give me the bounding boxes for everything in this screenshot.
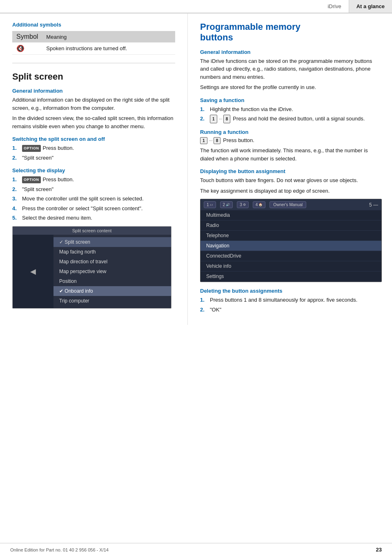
split-screen-heading: Split screen bbox=[12, 71, 175, 82]
button-display-screenshot: 1♪♪ 2🔊 3⚙ 4🏠 Owner's Manual 5 — Multimed… bbox=[200, 199, 382, 282]
step-content: OPTIONPress button. bbox=[22, 176, 175, 184]
step-num: 2. bbox=[12, 185, 20, 193]
right-column: Programmable memorybuttons General infor… bbox=[188, 13, 392, 325]
screen-menu-item-3: Map perspective view bbox=[53, 267, 171, 276]
meaning-col-header: Meaning bbox=[42, 31, 175, 42]
deleting-heading: Deleting the button assignments bbox=[200, 288, 382, 294]
option-button-icon: OPTION bbox=[22, 145, 41, 152]
step-num: 1. bbox=[200, 105, 208, 113]
symbol-meaning: Spoken instructions are turned off. bbox=[42, 42, 175, 55]
screen-menu-item-2: Map direction of travel bbox=[53, 257, 171, 267]
mem-btn-dots-run: ··· bbox=[209, 138, 213, 143]
step-content: "Split screen" bbox=[22, 185, 175, 193]
button-display-item-2: Telephone bbox=[200, 231, 381, 241]
saving-function-heading: Saving a function bbox=[200, 97, 382, 103]
btn-key-manual: Owner's Manual bbox=[270, 201, 306, 208]
main-content: Additional symbols Symbol Meaning 🔇Spoke… bbox=[0, 13, 392, 325]
prog-general-info-p2: Settings are stored for the profile curr… bbox=[200, 83, 382, 91]
step-content: Move the controller until the split scre… bbox=[22, 195, 175, 203]
mem-btn-8: 8 bbox=[214, 137, 221, 144]
mem-btn-1: 1 bbox=[200, 137, 207, 144]
running-function-content: 1 ··· 8 Press button. bbox=[200, 137, 382, 144]
programmable-memory-heading: Programmable memorybuttons bbox=[200, 22, 382, 43]
symbol-icon: 🔇 bbox=[12, 42, 42, 55]
step-num: 1. bbox=[12, 176, 20, 184]
screen-menu-item-4: Position bbox=[53, 276, 171, 286]
step-num: 2. bbox=[12, 154, 20, 162]
btn-key-1: 1♪♪ bbox=[204, 201, 216, 208]
split-general-info-heading: General information bbox=[12, 88, 175, 94]
screen-img-menu: ✓ Split screen Map facing north Map dire… bbox=[53, 235, 171, 308]
step-content: "OK" bbox=[210, 306, 382, 314]
step-num: 2. bbox=[200, 115, 208, 123]
header-idrive-label: iDrive bbox=[320, 0, 349, 13]
saving-step-2: 2.1···8Press and hold the desired button… bbox=[200, 115, 382, 123]
button-display-top-bar: 1♪♪ 2🔊 3⚙ 4🏠 Owner's Manual 5 — bbox=[200, 199, 381, 210]
option-button-icon-2: OPTION bbox=[22, 176, 41, 184]
selecting-steps: 1.OPTIONPress button.2."Split screen"3.M… bbox=[12, 176, 175, 222]
button-display-item-6: Settings bbox=[200, 271, 381, 282]
split-general-info-p2: In the divided screen view, the so-calle… bbox=[12, 114, 175, 130]
step-num: 2. bbox=[200, 306, 208, 314]
additional-symbols-heading: Additional symbols bbox=[12, 22, 175, 28]
screen-menu-item-1: Map facing north bbox=[53, 247, 171, 257]
step-content: Press buttons 1 and 8 simultaneously for… bbox=[210, 296, 382, 304]
displaying-heading: Displaying the button assignment bbox=[200, 168, 382, 174]
step-content: OPTIONPress button. bbox=[22, 144, 175, 152]
btn-key-2: 2🔊 bbox=[220, 201, 233, 208]
deleting-steps: 1.Press buttons 1 and 8 simultaneously f… bbox=[200, 296, 382, 314]
saving-steps: 1.Highlight the function via the iDrive.… bbox=[200, 105, 382, 124]
selecting-step-2: 2."Split screen" bbox=[12, 185, 175, 193]
symbol-col-header: Symbol bbox=[12, 31, 42, 42]
section-divider bbox=[12, 63, 175, 63]
btn-key-4: 4🏠 bbox=[253, 201, 266, 208]
button-display-item-3: Navigation bbox=[200, 241, 381, 251]
running-press-text: Press button. bbox=[223, 137, 254, 143]
displaying-p1: Touch buttons with bare fingers. Do not … bbox=[200, 176, 382, 185]
page-footer: Online Edition for Part no. 01 40 2 956 … bbox=[0, 543, 392, 556]
step-content: Highlight the function via the iDrive. bbox=[210, 105, 382, 113]
running-function-heading: Running a function bbox=[200, 129, 382, 135]
button-display-item-0: Multimedia bbox=[200, 210, 381, 220]
running-function-desc: The function will work immediately. This… bbox=[200, 147, 382, 162]
save-btn-8: 8 bbox=[223, 115, 231, 123]
selecting-step-4: 4.Press the controller or select "Split … bbox=[12, 205, 175, 213]
btn-dash: 5 — bbox=[369, 202, 378, 208]
screen-img-header: Split screen content bbox=[13, 227, 171, 235]
step-num: 1. bbox=[12, 144, 20, 152]
deleting-step-2: 2."OK" bbox=[200, 306, 382, 314]
header-at-a-glance-label: At a glance bbox=[349, 0, 392, 13]
switching-step-1: 1.OPTIONPress button. bbox=[12, 144, 175, 152]
step-num: 5. bbox=[12, 214, 20, 222]
symbol-table: Symbol Meaning 🔇Spoken instructions are … bbox=[12, 31, 175, 55]
step-num: 3. bbox=[12, 195, 20, 203]
selecting-heading: Selecting the display bbox=[12, 167, 175, 173]
switching-steps: 1.OPTIONPress button.2."Split screen" bbox=[12, 144, 175, 162]
prog-general-info-heading: General information bbox=[200, 49, 382, 55]
split-general-info-p1: Additional information can be displayed … bbox=[12, 96, 175, 112]
save-btn-dots: ··· bbox=[219, 116, 223, 121]
selecting-step-5: 5.Select the desired menu item. bbox=[12, 214, 175, 222]
step-content: Select the desired menu item. bbox=[22, 214, 175, 222]
step-num: 4. bbox=[12, 205, 20, 213]
selecting-step-3: 3.Move the controller until the split sc… bbox=[12, 195, 175, 203]
selecting-step-1: 1.OPTIONPress button. bbox=[12, 176, 175, 184]
footer-text: Online Edition for Part no. 01 40 2 956 … bbox=[10, 547, 109, 552]
left-column: Additional symbols Symbol Meaning 🔇Spoke… bbox=[0, 13, 188, 325]
deleting-step-1: 1.Press buttons 1 and 8 simultaneously f… bbox=[200, 296, 382, 304]
saving-step-1: 1.Highlight the function via the iDrive. bbox=[200, 105, 382, 113]
prog-general-info-p1: The iDrive functions can be stored on th… bbox=[200, 57, 382, 81]
button-display-item-5: Vehicle info bbox=[200, 261, 381, 271]
save-btn-1: 1 bbox=[210, 115, 217, 123]
switching-step-2: 2."Split screen" bbox=[12, 154, 175, 162]
button-display-list: MultimediaRadioTelephoneNavigationConnec… bbox=[200, 210, 381, 282]
screen-img-body: ◀ ✓ Split screen Map facing north Map di… bbox=[13, 235, 171, 308]
page-header: iDrive At a glance bbox=[0, 0, 392, 13]
switching-heading: Switching the split screen on and off bbox=[12, 136, 175, 142]
button-display-item-4: ConnectedDrive bbox=[200, 251, 381, 261]
split-screen-screenshot: Split screen content ◀ ✓ Split screen Ma… bbox=[12, 226, 172, 309]
step-content: 1···8Press and hold the desired button, … bbox=[210, 115, 382, 123]
screen-menu-item-5: ✔ Onboard info bbox=[53, 286, 171, 296]
btn-key-3: 3⚙ bbox=[237, 201, 249, 208]
step-content: "Split screen" bbox=[22, 154, 175, 162]
